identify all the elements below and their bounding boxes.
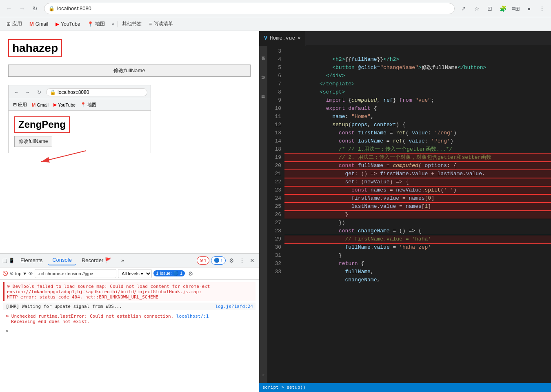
- reading-list[interactable]: ≡ 阅读清单: [146, 19, 176, 29]
- devtools-device-icon[interactable]: 📱: [9, 258, 15, 263]
- code-line-11: setup(props, context) {: [284, 113, 551, 121]
- devtools-right-icons: ⊗ 1 🔵 1 ⚙ ⋮ ✕: [197, 256, 256, 265]
- full-name-display: hahazep: [8, 39, 62, 57]
- ln-25: 25: [267, 203, 281, 211]
- close-devtools-icon[interactable]: ✕: [248, 256, 256, 265]
- side-panel-icons: 侧 结 栏 ☆: [259, 46, 267, 383]
- ln-3: 3: [267, 47, 281, 56]
- nested-modify-button[interactable]: 修改fullName: [14, 136, 52, 147]
- nested-lock-icon: 🔒: [50, 89, 56, 95]
- ln-19: 19: [267, 154, 281, 162]
- warn-count: 1: [220, 258, 223, 263]
- nested-address-bar[interactable]: 🔒 localhost:8080: [46, 88, 147, 96]
- runtime-error-icon: ⊗: [6, 313, 9, 319]
- ln-14: 14: [267, 137, 281, 145]
- error-link-1[interactable]: chrome-extension://fmkadmapgofadop1jbjfk…: [7, 284, 210, 294]
- reading-icon: ≡: [149, 21, 152, 27]
- nested-bm-gmail[interactable]: M Gmail: [30, 102, 51, 108]
- media-icon[interactable]: ≡⊞: [510, 3, 522, 14]
- nested-youtube-label: YouTube: [58, 102, 76, 107]
- bookmark-apps[interactable]: ⊞ 应用: [3, 19, 25, 29]
- code-line-8: import {computed, ref} from "vue";: [284, 88, 551, 96]
- editor-side-panel: 侧 结 栏 ☆ 3 4 5 6 7 8 9 10 11 12 13 14 18 …: [259, 46, 551, 383]
- side-star-icon[interactable]: ☆: [262, 372, 264, 377]
- main-area: hahazep 修改fullName ← → ↻ 🔒 localhost:808…: [0, 31, 551, 392]
- warn-icon: 🔵: [214, 258, 220, 263]
- gmail-icon: M: [29, 21, 34, 27]
- code-line-14: /* // 1.用法一：传入一个getter函数...*/: [284, 137, 551, 145]
- nested-forward-button[interactable]: →: [23, 88, 32, 97]
- nested-youtube-icon: ▶: [53, 102, 57, 107]
- console-filter-input[interactable]: [35, 269, 116, 278]
- hmr-log-link[interactable]: log.js?1afd:24: [215, 304, 253, 309]
- back-button[interactable]: ←: [3, 3, 15, 14]
- forward-button[interactable]: →: [16, 3, 28, 14]
- bookmark-label: YouTube: [61, 21, 80, 27]
- bookmark-label: 其他书签: [122, 20, 142, 27]
- code-line-23: firstName.value = names[0]: [284, 186, 551, 194]
- devtools-inspect-icon[interactable]: ⬚: [2, 258, 7, 263]
- bookmark-label: Gmail: [36, 21, 48, 27]
- profile-icon[interactable]: ●: [523, 3, 535, 14]
- ln-11: 11: [267, 113, 281, 121]
- tab-search-icon[interactable]: ⊡: [484, 3, 495, 14]
- nested-maps-icon: 📍: [80, 102, 86, 107]
- error-badge[interactable]: ⊗ 1: [197, 256, 209, 265]
- top-dropdown[interactable]: top ▼: [15, 271, 27, 276]
- modify-fullname-button[interactable]: 修改fullName: [8, 65, 251, 77]
- bookmark-label: 应用: [12, 20, 22, 27]
- bookmark-maps[interactable]: 📍 地图: [84, 19, 108, 29]
- clear-console-icon[interactable]: 🚫: [2, 271, 8, 276]
- editor-tab-home-vue[interactable]: V Home.vue ✕: [259, 31, 306, 46]
- log-level-select[interactable]: All levels ▾: [118, 269, 152, 278]
- settings-icon[interactable]: ⚙: [227, 256, 236, 265]
- other-bookmarks[interactable]: 其他书签: [119, 19, 145, 29]
- ln-18: 18: [267, 145, 281, 154]
- console-prompt[interactable]: >: [3, 327, 256, 335]
- code-line-29: fullName.value = 'haha zep': [284, 235, 551, 243]
- toolbar-icons: ↗ ☆ ⊡ 🧩 ≡⊞ ● ⋮: [458, 3, 548, 14]
- issues-badge[interactable]: 1 Issue: 🔵 1: [153, 270, 185, 276]
- error-count: 1: [204, 258, 207, 263]
- ln-30: 30: [267, 243, 281, 252]
- nested-back-button[interactable]: ←: [12, 88, 21, 97]
- nested-bm-apps[interactable]: ⊞ 应用: [11, 101, 29, 109]
- more-icon[interactable]: ⋮: [536, 3, 548, 14]
- ln-10: 10: [267, 105, 281, 113]
- preserve-log-icon[interactable]: ⊙: [10, 271, 13, 276]
- nested-gmail-icon: M: [32, 102, 36, 107]
- ln-12: 12: [267, 121, 281, 129]
- nested-full-name-display: ZengPeng: [14, 116, 70, 133]
- tab-more[interactable]: »: [117, 256, 128, 265]
- ln-13: 13: [267, 129, 281, 137]
- devtools-more-icon[interactable]: ⋮: [238, 256, 247, 265]
- nested-bm-maps[interactable]: 📍 地图: [78, 101, 98, 109]
- more-bookmarks[interactable]: »: [109, 20, 117, 29]
- tab-elements[interactable]: Elements: [16, 256, 47, 265]
- nested-bm-youtube[interactable]: ▶ YouTube: [51, 101, 78, 108]
- ln-24: 24: [267, 194, 281, 203]
- close-tab-icon[interactable]: ✕: [298, 35, 300, 41]
- ln-5: 5: [267, 64, 281, 72]
- share-icon[interactable]: ↗: [458, 3, 469, 14]
- extensions-icon[interactable]: 🧩: [497, 3, 509, 14]
- show-network-icon[interactable]: 👁: [29, 271, 33, 276]
- side-label-3: 栏: [261, 95, 266, 98]
- runtime-error-link[interactable]: localhost/:1: [176, 314, 209, 319]
- bookmark-icon[interactable]: ☆: [471, 3, 482, 14]
- page-area: hahazep 修改fullName ← → ↻ 🔒 localhost:808…: [0, 31, 259, 253]
- bookmark-youtube[interactable]: ▶ YouTube: [52, 20, 83, 29]
- reload-button[interactable]: ↻: [29, 3, 41, 14]
- ln-7: 7: [267, 80, 281, 88]
- issues-settings-icon[interactable]: ⚙: [187, 270, 195, 278]
- code-line-27: const changeName = () => {: [284, 219, 551, 227]
- browser-toolbar: ← → ↻ 🔒 localhost:8080 ↗ ☆ ⊡ 🧩 ≡⊞ ● ⋮: [0, 0, 551, 17]
- ln-9: 9: [267, 96, 281, 105]
- tab-console[interactable]: Console: [48, 255, 76, 265]
- tab-label: Home.vue: [270, 35, 295, 41]
- warn-badge[interactable]: 🔵 1: [211, 256, 226, 265]
- tab-recorder[interactable]: Recorder 🚩: [78, 256, 116, 265]
- bookmark-gmail[interactable]: M Gmail: [26, 19, 51, 29]
- nested-reload-button[interactable]: ↻: [35, 88, 44, 97]
- address-bar[interactable]: 🔒 localhost:8080: [44, 3, 455, 14]
